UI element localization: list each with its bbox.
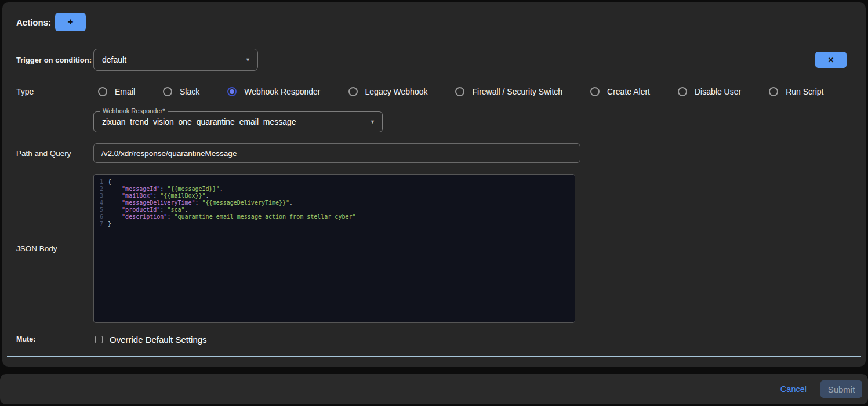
- radio-label: Webhook Responder: [244, 87, 320, 96]
- plus-icon: +: [68, 16, 74, 28]
- trigger-condition-label: Trigger on condition:: [2, 56, 93, 64]
- code-token: [108, 193, 122, 200]
- path-and-query-label: Path and Query: [2, 149, 93, 158]
- override-default-settings-option[interactable]: Override Default Settings: [95, 335, 207, 345]
- radio-label: Legacy Webhook: [365, 87, 428, 96]
- editor-line: 5 "productId": "sca",: [94, 206, 575, 213]
- footer-bar: Cancel Submit: [0, 374, 868, 404]
- radio-icon[interactable]: [98, 87, 107, 96]
- type-radio-create-alert[interactable]: Create Alert: [590, 87, 650, 96]
- code-token: ,: [289, 200, 293, 206]
- type-radio-run-script[interactable]: Run Script: [769, 87, 823, 96]
- close-icon: ✕: [828, 56, 834, 64]
- webhook-responder-value: zixuan_trend_vision_one_quarantine_email…: [102, 117, 296, 126]
- code-token: "{{mailBox}}": [160, 193, 205, 200]
- code-token: "description": [122, 213, 167, 220]
- bottom-divider: [7, 356, 861, 357]
- radio-label: Disable User: [695, 87, 741, 96]
- cancel-button[interactable]: Cancel: [780, 385, 807, 394]
- line-number: 7: [94, 220, 108, 227]
- code-token: }: [108, 220, 111, 227]
- type-radio-group: EmailSlackWebhook ResponderLegacy Webhoo…: [98, 87, 824, 96]
- editor-line: 7}: [94, 220, 575, 227]
- actions-row: Actions: +: [2, 13, 866, 31]
- trigger-condition-value: default: [102, 55, 126, 64]
- chevron-down-icon: ▼: [370, 119, 375, 125]
- code-token: "sca": [167, 206, 184, 213]
- code-token: :: [153, 193, 160, 200]
- radio-icon[interactable]: [348, 87, 358, 96]
- webhook-responder-label: Webhook Responder*: [100, 107, 168, 114]
- code-token: ,: [206, 193, 209, 200]
- code-token: :: [167, 213, 174, 220]
- path-row: Path and Query: [2, 143, 866, 163]
- editor-line: 2 "messageId": "{{messageId}}",: [94, 186, 575, 193]
- type-radio-webhook-responder[interactable]: Webhook Responder: [227, 87, 320, 96]
- checkbox-icon[interactable]: [95, 336, 103, 343]
- code-token: ,: [184, 206, 188, 213]
- line-number: 2: [94, 186, 108, 193]
- action-config-panel: Actions: + ✕ Trigger on condition: defau…: [2, 2, 866, 367]
- submit-button[interactable]: Submit: [820, 380, 862, 398]
- radio-icon[interactable]: [455, 87, 464, 96]
- json-body-label: JSON Body: [2, 244, 93, 253]
- add-action-button[interactable]: +: [55, 13, 86, 31]
- radio-icon[interactable]: [769, 87, 778, 96]
- code-token: "productId": [122, 206, 160, 213]
- code-token: "{{messageDeliveryTime}}": [202, 200, 290, 206]
- line-number: 6: [94, 213, 108, 220]
- code-token: "quarantine email message action from st…: [174, 213, 355, 220]
- code-token: :: [160, 206, 167, 213]
- radio-icon[interactable]: [163, 87, 172, 96]
- type-row: Type EmailSlackWebhook ResponderLegacy W…: [2, 82, 866, 101]
- editor-line: 1{: [94, 179, 575, 186]
- line-number: 1: [94, 179, 108, 186]
- mute-label: Mute:: [2, 335, 93, 343]
- remove-action-button[interactable]: ✕: [815, 52, 847, 68]
- type-radio-legacy-webhook[interactable]: Legacy Webhook: [348, 87, 428, 96]
- type-radio-slack[interactable]: Slack: [163, 87, 199, 96]
- code-token: :: [195, 200, 202, 206]
- code-token: [108, 200, 122, 206]
- code-token: [108, 213, 122, 220]
- code-token: "mailBox": [122, 193, 153, 200]
- code-token: ,: [220, 186, 223, 193]
- path-and-query-input[interactable]: [93, 143, 580, 163]
- editor-line: 4 "messageDeliveryTime": "{{messageDeliv…: [94, 200, 575, 206]
- type-label: Type: [2, 87, 93, 96]
- code-token: [108, 206, 122, 213]
- line-number: 5: [94, 206, 108, 213]
- responder-row: Webhook Responder* zixuan_trend_vision_o…: [2, 111, 866, 132]
- type-radio-firewall-security-switch[interactable]: Firewall / Security Switch: [455, 87, 562, 96]
- editor-line: 3 "mailBox": "{{mailBox}}",: [94, 193, 575, 200]
- override-default-settings-label: Override Default Settings: [110, 335, 207, 345]
- chevron-down-icon: ▼: [245, 57, 250, 63]
- code-token: "messageDeliveryTime": [122, 200, 195, 206]
- code-token: {: [108, 179, 111, 186]
- code-token: "{{messageId}}": [167, 186, 219, 193]
- json-body-editor[interactable]: 1{2 "messageId": "{{messageId}}",3 "mail…: [93, 174, 575, 323]
- radio-label: Run Script: [786, 87, 823, 96]
- json-body-row: JSON Body 1{2 "messageId": "{{messageId}…: [2, 174, 866, 323]
- line-number: 3: [94, 193, 108, 200]
- radio-icon[interactable]: [678, 87, 687, 96]
- radio-label: Email: [115, 87, 135, 96]
- editor-line: 6 "description": "quarantine email messa…: [94, 213, 575, 220]
- trigger-row: Trigger on condition: default ▼: [2, 49, 866, 71]
- code-token: :: [160, 186, 167, 193]
- trigger-condition-select[interactable]: default ▼: [93, 49, 258, 71]
- radio-label: Slack: [180, 87, 199, 96]
- type-radio-email[interactable]: Email: [98, 87, 135, 96]
- radio-icon[interactable]: [590, 87, 600, 96]
- line-number: 4: [94, 200, 108, 206]
- radio-label: Create Alert: [607, 87, 650, 96]
- radio-selected-icon[interactable]: [227, 87, 237, 96]
- code-token: [108, 186, 122, 193]
- webhook-responder-select[interactable]: Webhook Responder* zixuan_trend_vision_o…: [93, 111, 383, 132]
- code-token: "messageId": [122, 186, 160, 193]
- radio-label: Firewall / Security Switch: [472, 87, 562, 96]
- mute-row: Mute: Override Default Settings: [2, 332, 866, 346]
- type-radio-disable-user[interactable]: Disable User: [678, 87, 741, 96]
